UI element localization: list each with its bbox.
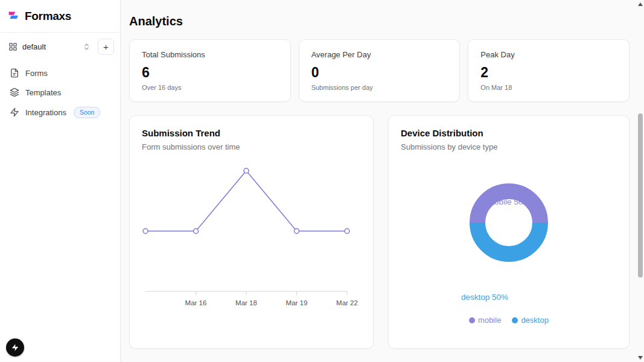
sidebar-item-label: Integrations bbox=[25, 108, 66, 117]
svg-text:Mar 22: Mar 22 bbox=[336, 299, 358, 306]
layers-icon bbox=[10, 87, 19, 97]
charts-row-1: Submission Trend Form submissions over t… bbox=[129, 115, 630, 349]
scrollbar-thumb[interactable] bbox=[638, 113, 643, 278]
card-subtitle: Submissions by device type bbox=[401, 142, 617, 151]
card-subtitle: Form submissions over time bbox=[142, 142, 361, 151]
scroll-up-icon[interactable] bbox=[637, 1, 644, 8]
add-workspace-button[interactable]: + bbox=[98, 39, 114, 55]
card-title: Submission Trend bbox=[142, 128, 361, 138]
legend-label: mobile bbox=[478, 316, 501, 325]
main-content: Analytics Total Submissions 6 Over 16 da… bbox=[121, 0, 644, 362]
scroll-down-icon[interactable] bbox=[637, 354, 644, 361]
stat-card-average-per-day: Average Per Day 0 Submissions per day bbox=[299, 39, 461, 102]
workspace-name: default bbox=[22, 42, 78, 51]
stat-value: 2 bbox=[480, 65, 617, 81]
sidebar-item-label: Forms bbox=[25, 69, 48, 78]
stat-value: 0 bbox=[311, 65, 448, 81]
scrollbar bbox=[637, 0, 644, 362]
trend-chart-svg: Mar 16Mar 18Mar 19Mar 22 bbox=[142, 159, 361, 311]
svg-text:Mar 19: Mar 19 bbox=[286, 299, 308, 306]
stat-card-total-submissions: Total Submissions 6 Over 16 days bbox=[129, 39, 291, 102]
app-window: Formaxs default + bbox=[0, 0, 644, 362]
legend-label: desktop bbox=[521, 316, 549, 325]
stats-row: Total Submissions 6 Over 16 days Average… bbox=[129, 39, 630, 102]
sidebar-item-forms[interactable]: Forms bbox=[6, 65, 114, 81]
stat-caption: Submissions per day bbox=[311, 84, 448, 91]
zap-icon bbox=[10, 107, 19, 117]
stat-caption: Over 16 days bbox=[142, 84, 278, 91]
legend-dot-icon bbox=[469, 317, 475, 323]
device-donut-svg bbox=[467, 180, 551, 265]
stat-label: Total Submissions bbox=[142, 50, 278, 59]
device-distribution-card: Device Distribution Submissions by devic… bbox=[388, 115, 630, 349]
donut-chart: mobile 50% desktop 50% mobile desktop bbox=[401, 180, 617, 336]
stat-card-peak-day: Peak Day 2 On Mar 18 bbox=[468, 39, 630, 102]
logo-text: Formaxs bbox=[25, 10, 71, 23]
submission-trend-card: Submission Trend Form submissions over t… bbox=[129, 115, 374, 349]
stat-label: Average Per Day bbox=[311, 50, 448, 59]
workspace-row: default + bbox=[6, 39, 114, 55]
soon-badge: Soon bbox=[74, 107, 101, 118]
bolt-icon bbox=[11, 343, 19, 352]
legend-item: desktop bbox=[512, 316, 549, 325]
grid-icon bbox=[8, 42, 18, 51]
sidebar-item-integrations[interactable]: Integrations Soon bbox=[6, 103, 114, 122]
sidebar-item-templates[interactable]: Templates bbox=[6, 84, 114, 101]
workspace-selector[interactable]: default bbox=[6, 39, 93, 55]
chevrons-up-down-icon bbox=[83, 43, 91, 51]
donut-slice-label: mobile 50% bbox=[401, 197, 617, 206]
file-icon bbox=[10, 68, 19, 78]
sidebar-item-label: Templates bbox=[25, 88, 61, 97]
svg-text:Mar 16: Mar 16 bbox=[185, 299, 207, 306]
line-chart: Mar 16Mar 18Mar 19Mar 22 bbox=[142, 159, 361, 311]
formaxs-logo-icon bbox=[7, 10, 20, 22]
stat-value: 6 bbox=[142, 65, 278, 81]
page-title: Analytics bbox=[129, 14, 630, 28]
legend-dot-icon bbox=[512, 317, 518, 323]
quick-action-button[interactable] bbox=[6, 338, 24, 357]
svg-text:Mar 18: Mar 18 bbox=[235, 299, 257, 306]
sidebar-nav: Forms Templates Integrations Soon bbox=[0, 57, 120, 129]
chart-legend: mobile desktop bbox=[401, 316, 617, 325]
stat-label: Peak Day bbox=[480, 50, 617, 59]
donut-slice-label: desktop 50% bbox=[377, 293, 593, 302]
sidebar: Formaxs default + bbox=[0, 0, 121, 362]
legend-item: mobile bbox=[469, 316, 501, 325]
logo: Formaxs bbox=[0, 0, 120, 33]
card-title: Device Distribution bbox=[401, 128, 617, 138]
stat-caption: On Mar 18 bbox=[480, 84, 617, 91]
